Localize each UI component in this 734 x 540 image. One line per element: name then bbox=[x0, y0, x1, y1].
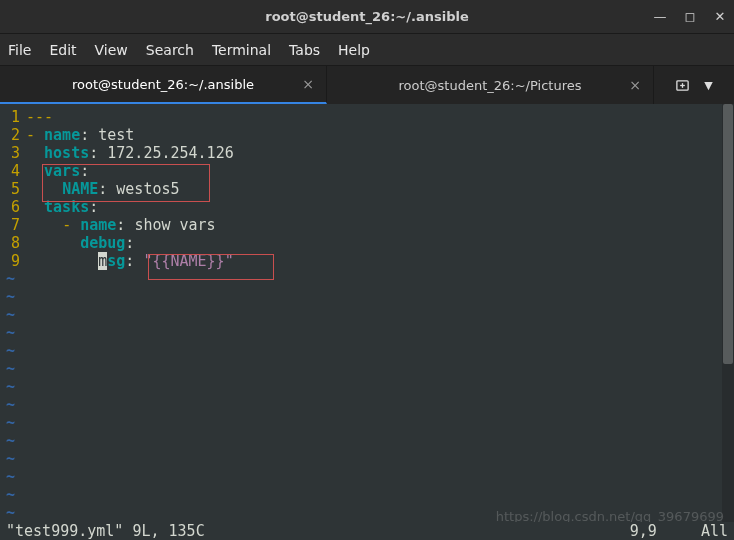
menu-file[interactable]: File bbox=[8, 42, 31, 58]
new-tab-icon[interactable] bbox=[675, 78, 690, 93]
status-cursor-pos: 9,9 bbox=[630, 522, 657, 540]
lineno: 3 bbox=[4, 144, 26, 162]
tilde: ~ bbox=[4, 306, 734, 324]
tab-label: root@student_26:~/Pictures bbox=[399, 78, 582, 93]
close-button[interactable]: ✕ bbox=[712, 9, 728, 24]
status-file: "test999.yml" 9L, 135C bbox=[6, 522, 205, 540]
menu-edit[interactable]: Edit bbox=[49, 42, 76, 58]
tab-extras: ▼ bbox=[654, 66, 734, 104]
scrollbar[interactable] bbox=[722, 104, 734, 522]
tilde: ~ bbox=[4, 360, 734, 378]
lineno: 4 bbox=[4, 162, 26, 180]
menu-help[interactable]: Help bbox=[338, 42, 370, 58]
tab-label: root@student_26:~/.ansible bbox=[72, 77, 254, 92]
tilde: ~ bbox=[4, 378, 734, 396]
lineno: 8 bbox=[4, 234, 26, 252]
cursor: m bbox=[98, 252, 107, 270]
tilde: ~ bbox=[4, 432, 734, 450]
maximize-button[interactable]: ◻ bbox=[682, 9, 698, 24]
tilde: ~ bbox=[4, 468, 734, 486]
window-controls: — ◻ ✕ bbox=[652, 9, 728, 24]
menu-search[interactable]: Search bbox=[146, 42, 194, 58]
menu-terminal[interactable]: Terminal bbox=[212, 42, 271, 58]
scrollbar-thumb[interactable] bbox=[723, 104, 733, 364]
tabbar: root@student_26:~/.ansible × root@studen… bbox=[0, 66, 734, 104]
terminal-editor[interactable]: 1--- 2- name: test 3 hosts: 172.25.254.1… bbox=[0, 104, 734, 522]
tab-pictures[interactable]: root@student_26:~/Pictures × bbox=[327, 66, 654, 104]
tilde: ~ bbox=[4, 396, 734, 414]
tilde: ~ bbox=[4, 486, 734, 504]
minimize-button[interactable]: — bbox=[652, 9, 668, 24]
close-icon[interactable]: × bbox=[629, 77, 641, 93]
lineno: 1 bbox=[4, 108, 26, 126]
yaml-doc-start: --- bbox=[26, 108, 53, 126]
tilde: ~ bbox=[4, 324, 734, 342]
statusbar: "test999.yml" 9L, 135C 9,9 All bbox=[0, 522, 734, 540]
tilde: ~ bbox=[4, 270, 734, 288]
tilde: ~ bbox=[4, 414, 734, 432]
tilde: ~ bbox=[4, 504, 734, 522]
tilde: ~ bbox=[4, 288, 734, 306]
window-title: root@student_26:~/.ansible bbox=[265, 9, 468, 24]
menubar: File Edit View Search Terminal Tabs Help bbox=[0, 34, 734, 66]
lineno: 6 bbox=[4, 198, 26, 216]
menu-view[interactable]: View bbox=[95, 42, 128, 58]
status-percent: All bbox=[701, 522, 728, 540]
tilde: ~ bbox=[4, 450, 734, 468]
lineno: 2 bbox=[4, 126, 26, 144]
tab-ansible[interactable]: root@student_26:~/.ansible × bbox=[0, 66, 327, 104]
lineno: 9 bbox=[4, 252, 26, 270]
titlebar: root@student_26:~/.ansible — ◻ ✕ bbox=[0, 0, 734, 34]
lineno: 7 bbox=[4, 216, 26, 234]
tilde: ~ bbox=[4, 342, 734, 360]
close-icon[interactable]: × bbox=[302, 76, 314, 92]
chevron-down-icon[interactable]: ▼ bbox=[704, 79, 712, 92]
menu-tabs[interactable]: Tabs bbox=[289, 42, 320, 58]
lineno: 5 bbox=[4, 180, 26, 198]
